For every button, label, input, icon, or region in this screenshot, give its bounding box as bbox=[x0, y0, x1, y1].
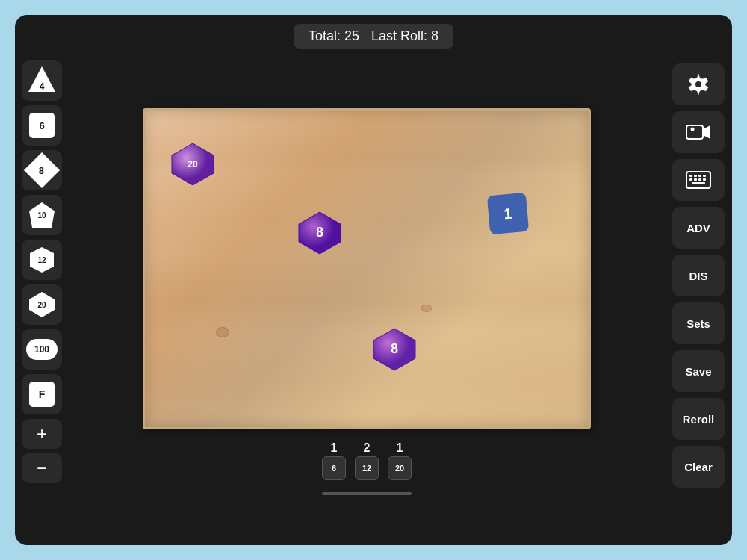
d100-button[interactable]: 100 bbox=[22, 329, 62, 370]
d4-button[interactable]: 4 bbox=[22, 60, 62, 101]
header-info: Total: 25 Last Roll: 8 bbox=[294, 24, 453, 49]
d4-label: 4 bbox=[40, 81, 45, 92]
d8-label: 8 bbox=[39, 164, 44, 175]
dis-label: DIS bbox=[689, 270, 707, 282]
d12-button[interactable]: 12 bbox=[22, 240, 62, 280]
die-d6-right-inner: 1 bbox=[487, 192, 529, 234]
d8-button[interactable]: 8 bbox=[22, 150, 62, 190]
d10-button[interactable]: 10 bbox=[22, 195, 62, 235]
d20-button[interactable]: 20 bbox=[22, 284, 62, 325]
keyboard-button[interactable] bbox=[672, 159, 725, 201]
dis-button[interactable]: DIS bbox=[672, 255, 725, 296]
svg-rect-20 bbox=[692, 182, 705, 184]
die-d6-right-value: 1 bbox=[503, 205, 512, 223]
result-value-2: 2 bbox=[364, 441, 371, 455]
reroll-label: Reroll bbox=[683, 413, 715, 426]
reroll-button[interactable]: Reroll bbox=[672, 398, 725, 440]
header: Total: 25 Last Roll: 8 bbox=[15, 15, 732, 57]
result-die-badge-1: 6 bbox=[322, 456, 346, 480]
d12-label: 12 bbox=[37, 256, 46, 264]
total-display: Total: 25 bbox=[309, 28, 359, 44]
result-item-2: 2 12 bbox=[355, 441, 379, 480]
settings-button[interactable] bbox=[672, 63, 725, 105]
svg-rect-8 bbox=[686, 125, 703, 139]
center-area: 20 bbox=[69, 57, 665, 545]
sets-button[interactable]: Sets bbox=[672, 302, 725, 344]
svg-rect-12 bbox=[689, 175, 692, 177]
d100-label: 100 bbox=[34, 344, 49, 355]
die-d20-center: 8 bbox=[294, 208, 345, 258]
dice-tray[interactable]: 20 bbox=[143, 108, 591, 429]
clear-button[interactable]: Clear bbox=[672, 446, 725, 488]
d6-label: 6 bbox=[39, 120, 44, 131]
svg-rect-19 bbox=[703, 178, 706, 181]
camera-icon bbox=[686, 122, 711, 143]
left-sidebar: 4 6 8 10 bbox=[15, 57, 69, 545]
d20-label: 20 bbox=[37, 301, 46, 309]
die-d6-right: 1 bbox=[487, 193, 529, 234]
result-die-type-1: 6 bbox=[332, 464, 336, 473]
gear-icon bbox=[686, 72, 710, 96]
svg-marker-9 bbox=[703, 125, 710, 139]
svg-rect-17 bbox=[694, 178, 697, 181]
svg-rect-13 bbox=[694, 175, 697, 177]
die-d20-topleft-value: 20 bbox=[187, 159, 197, 169]
df-button[interactable]: F bbox=[22, 374, 62, 414]
save-label: Save bbox=[685, 365, 711, 378]
wood-knot-1 bbox=[216, 327, 229, 337]
df-label: F bbox=[39, 388, 46, 400]
svg-rect-14 bbox=[698, 175, 701, 177]
camera-button[interactable] bbox=[672, 111, 725, 153]
add-button[interactable]: + bbox=[22, 419, 62, 449]
right-sidebar: ADV DIS Sets Save Reroll Clear bbox=[665, 57, 732, 545]
df-shape: F bbox=[29, 382, 55, 407]
scroll-bar bbox=[322, 492, 412, 495]
svg-rect-18 bbox=[698, 178, 701, 181]
save-button[interactable]: Save bbox=[672, 350, 725, 392]
clear-label: Clear bbox=[684, 461, 713, 473]
die-d20-bottom-value: 8 bbox=[391, 341, 398, 357]
last-roll-display: Last Roll: 8 bbox=[371, 28, 438, 44]
add-icon: + bbox=[37, 423, 47, 444]
svg-point-7 bbox=[695, 81, 701, 87]
result-value-3: 1 bbox=[397, 441, 403, 455]
adv-label: ADV bbox=[686, 222, 710, 234]
d10-label: 10 bbox=[37, 211, 46, 220]
adv-button[interactable]: ADV bbox=[672, 207, 725, 249]
wood-knot-2 bbox=[421, 305, 432, 312]
result-value-1: 1 bbox=[331, 441, 338, 455]
d8-shape: 8 bbox=[24, 152, 60, 188]
result-item-1: 1 6 bbox=[322, 441, 346, 480]
d6-shape: 6 bbox=[29, 113, 55, 138]
svg-rect-16 bbox=[689, 178, 692, 181]
result-item-3: 1 20 bbox=[388, 441, 412, 480]
main-area: 4 6 8 10 bbox=[15, 57, 732, 545]
d6-button[interactable]: 6 bbox=[22, 105, 62, 146]
subtract-button[interactable]: − bbox=[22, 453, 62, 483]
die-d20-center-value: 8 bbox=[316, 225, 323, 240]
d100-shape: 100 bbox=[26, 339, 58, 360]
result-die-badge-2: 12 bbox=[355, 456, 379, 480]
app-container: Total: 25 Last Roll: 8 4 6 bbox=[15, 15, 732, 545]
die-d20-topleft: 20 bbox=[167, 139, 218, 190]
subtract-icon: − bbox=[37, 458, 47, 479]
svg-rect-15 bbox=[703, 175, 706, 177]
sets-label: Sets bbox=[686, 317, 710, 330]
result-die-badge-3: 20 bbox=[388, 456, 412, 480]
keyboard-icon bbox=[686, 171, 711, 189]
tray-results: 1 6 2 12 1 bbox=[322, 441, 412, 495]
results-row: 1 6 2 12 1 bbox=[322, 441, 412, 480]
result-die-type-2: 12 bbox=[362, 464, 371, 473]
result-die-type-3: 20 bbox=[395, 464, 404, 473]
svg-point-10 bbox=[691, 128, 695, 131]
die-d20-bottom: 8 bbox=[369, 324, 420, 375]
